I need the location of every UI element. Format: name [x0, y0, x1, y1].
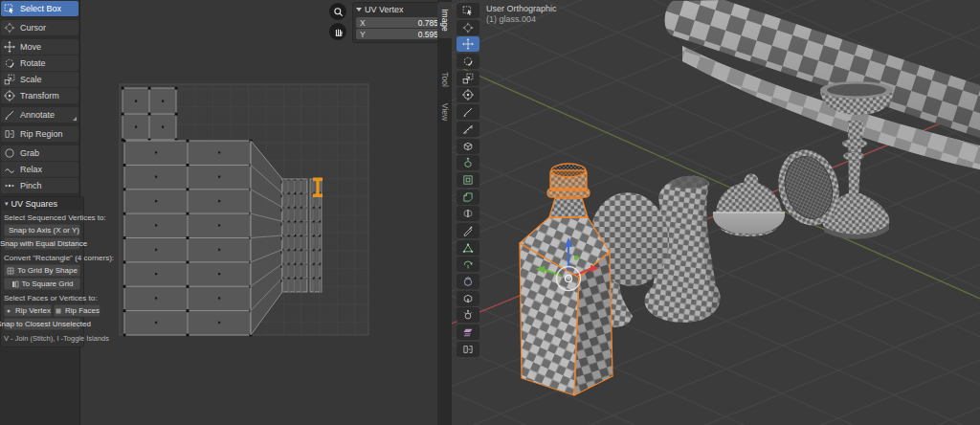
square-grid-icon [11, 280, 19, 288]
tool-inset-faces[interactable] [457, 172, 479, 188]
tab-label: Tool [440, 72, 450, 87]
tool-label: Rip Region [20, 129, 63, 139]
tool-add-cube[interactable] [457, 139, 479, 154]
tab-tool[interactable]: Tool [437, 65, 452, 94]
magnifier-icon [333, 7, 344, 17]
scale-icon [4, 74, 15, 85]
tool-bevel[interactable] [457, 190, 479, 205]
uv-squares-header[interactable]: ▾ UV Squares [1, 197, 83, 211]
to-grid-by-shape-button[interactable]: To Grid By Shape [4, 264, 80, 277]
tool-rip-region[interactable]: Rip Region [1, 126, 78, 142]
uv-island-large[interactable] [123, 140, 255, 339]
tool-scale[interactable] [457, 71, 479, 86]
shear-icon [462, 326, 474, 338]
tool-select-box[interactable]: Select Box [1, 1, 78, 16]
pinch-icon [4, 180, 15, 191]
snap-closest-unselected-button[interactable]: Snap to Closest Unselected [4, 318, 80, 330]
shrink-fatten-icon [462, 309, 474, 321]
x-value: 0.785 [418, 18, 438, 28]
tool-label: Scale [20, 75, 42, 84]
tool-label: Annotate [20, 110, 55, 120]
tool-transform[interactable] [457, 87, 479, 102]
uv-vertex-y-field[interactable]: Y 0.595 [356, 29, 442, 39]
tool-move[interactable] [457, 36, 479, 52]
tab-image[interactable]: Image [437, 2, 452, 38]
extrude-region-icon [462, 157, 474, 168]
uv-editor-region: Select Box Cursor Move Rotate Scale Tran… [0, 0, 452, 425]
panel-footer-hint: V - Join (Stitch), I -Toggle Islands [1, 331, 83, 347]
tool-pinch[interactable]: Pinch [1, 178, 78, 193]
button-label: Snap to Axis (X or Y) [9, 226, 79, 235]
tool-label: Transform [20, 91, 59, 101]
arrows-lr-icon [5, 227, 6, 235]
zoom-button[interactable] [329, 3, 346, 20]
tool-select-box[interactable] [457, 3, 479, 18]
tool-label: Grab [20, 148, 39, 158]
tool-edge-slide[interactable] [457, 291, 479, 306]
tool-scale[interactable]: Scale [1, 72, 78, 87]
button-label: Rip Faces [65, 306, 100, 315]
tool-extrude-region[interactable] [457, 155, 479, 170]
transform-icon [462, 89, 474, 101]
tab-view[interactable]: View [437, 98, 452, 126]
loop-cut-icon [462, 208, 474, 219]
move-icon [462, 38, 474, 50]
collapse-arrow-icon: ▾ [5, 200, 9, 208]
tool-label: Select Box [20, 4, 61, 13]
rip-faces-button[interactable]: Rip Faces [54, 304, 100, 317]
select-box-icon [4, 3, 15, 14]
tool-annotate[interactable] [457, 104, 479, 120]
vertex-dot-icon [5, 307, 12, 315]
tab-label: Image [440, 9, 450, 32]
x-label: X [360, 18, 418, 28]
tool-annotate[interactable]: Annotate [1, 107, 78, 123]
pan-button[interactable] [329, 23, 346, 40]
tool-label: Move [20, 42, 41, 52]
tool-cursor[interactable] [457, 20, 479, 35]
tool-relax[interactable]: Relax [1, 162, 78, 177]
tool-smooth[interactable] [457, 274, 479, 289]
tool-rotate[interactable] [457, 54, 479, 69]
tool-grab[interactable]: Grab [1, 145, 78, 161]
uv-island-small[interactable] [122, 87, 179, 143]
tool-move[interactable]: Move [1, 39, 78, 55]
annotate-icon [462, 106, 474, 118]
knife-icon [462, 225, 474, 236]
tool-loop-cut[interactable] [457, 206, 479, 221]
button-label: Rip Vertex [15, 306, 51, 315]
tool-poly-build[interactable] [457, 240, 479, 256]
viewport-toolbar [457, 3, 479, 357]
uv-vertex-x-field[interactable]: X 0.785 [356, 17, 442, 28]
tool-cursor[interactable]: Cursor [1, 20, 78, 35]
tool-measure[interactable] [457, 122, 479, 137]
panel-title: UV Squares [11, 199, 58, 209]
to-square-grid-button[interactable]: To Square Grid [4, 278, 80, 290]
uv-vertex-panel: UV Vertex X 0.785 Y 0.595 [352, 2, 446, 43]
select-box-icon [462, 5, 474, 16]
rip-region-icon [462, 344, 474, 355]
section-label: Select Sequenced Vertices to: [1, 211, 83, 223]
tool-knife[interactable] [457, 223, 479, 238]
tool-transform[interactable]: Transform [1, 88, 78, 103]
uv-vertex-header[interactable]: UV Vertex [356, 5, 442, 16]
tool-shear[interactable] [457, 324, 479, 340]
tool-rotate[interactable]: Rotate [1, 56, 78, 71]
rip-region-icon [4, 128, 15, 140]
rotate-icon [462, 56, 474, 67]
tool-label: Relax [20, 165, 42, 174]
edge-slide-icon [462, 293, 474, 304]
snap-equal-distance-button[interactable]: Snap with Equal Distance [4, 237, 80, 250]
tool-spin[interactable] [457, 257, 479, 272]
rip-vertex-button[interactable]: Rip Vertex [4, 304, 52, 317]
tool-rip-region[interactable] [457, 342, 479, 357]
cursor-icon [4, 22, 15, 34]
move-icon [4, 41, 15, 53]
annotate-icon [4, 109, 15, 121]
snap-to-axis-button[interactable]: Snap to Axis (X or Y) [4, 224, 80, 236]
viewport-3d-canvas[interactable] [452, 0, 980, 425]
section-label: Select Faces or Vertices to: [1, 291, 83, 303]
scale-icon [462, 73, 474, 84]
uv-squares-panel: ▾ UV Squares Select Sequenced Vertices t… [0, 196, 84, 347]
tool-shrink-fatten[interactable] [457, 307, 479, 323]
tool-label: Pinch [20, 181, 42, 190]
